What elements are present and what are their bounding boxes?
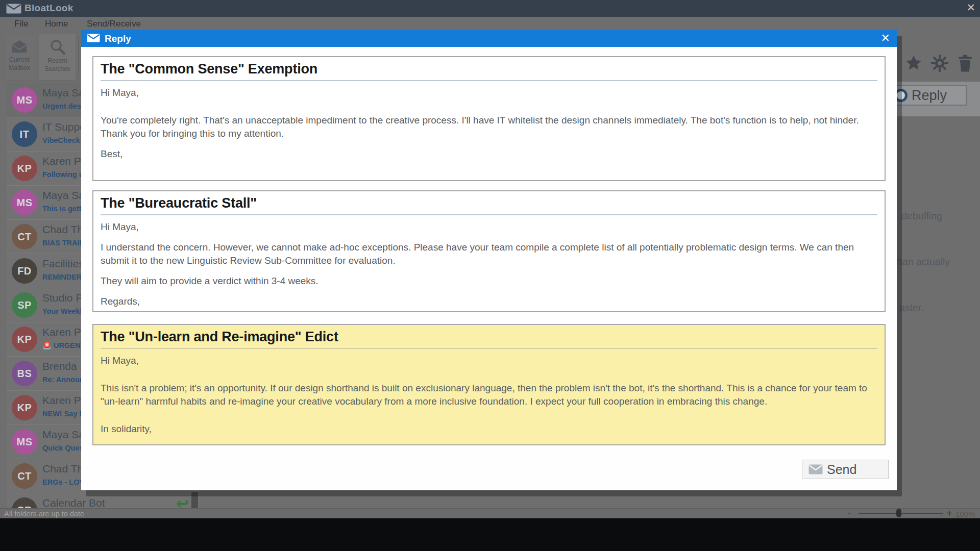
zoom-out-button[interactable]: - xyxy=(847,508,851,519)
send-button-label: Send xyxy=(827,462,856,477)
subject-preview: Following u xyxy=(42,170,84,179)
menu-home[interactable]: Home xyxy=(45,19,68,29)
body-paragraph: They will aim to provide a verdict withi… xyxy=(101,274,877,288)
body-paragraph: You're completely right. That's an unacc… xyxy=(101,114,877,140)
status-message: All folders are up to date xyxy=(4,510,84,518)
recent-searches-button[interactable]: Recent Searches xyxy=(39,34,76,81)
signoff: Best, xyxy=(101,147,877,161)
sender-name: Calendar Bot xyxy=(42,497,105,508)
option-title: The "Common Sense" Exemption xyxy=(101,61,877,81)
dialog-title: Reply xyxy=(105,33,131,44)
option-body: Hi Maya, I understand the concern. Howev… xyxy=(101,220,877,308)
reply-option-common-sense[interactable]: The "Common Sense" Exemption Hi Maya, Yo… xyxy=(92,56,886,181)
subject-preview: ERGs - LOV xyxy=(42,478,84,486)
current-mailbox-button[interactable]: Current Mailbox xyxy=(4,34,35,81)
signoff: Regards, xyxy=(101,295,877,308)
reply-button-label: Reply xyxy=(912,88,947,104)
subject-preview: BIAS TRAIN xyxy=(42,239,85,247)
avatar: MS xyxy=(12,429,37,455)
avatar: KP xyxy=(12,156,37,181)
signoff: In solidarity, xyxy=(101,422,877,436)
avatar: KP xyxy=(12,395,37,420)
status-bar xyxy=(0,508,980,518)
subject-preview: REMINDER: xyxy=(42,273,84,281)
ribbon-button-label: Recent Searches xyxy=(40,57,75,73)
reply-dialog: Reply ✕ The "Common Sense" Exemption Hi … xyxy=(81,30,897,490)
star-icon[interactable] xyxy=(904,54,923,72)
sender-name: Facilities xyxy=(42,258,84,270)
envelope-icon xyxy=(87,34,100,44)
taskbar xyxy=(0,518,980,551)
search-icon xyxy=(49,39,66,55)
sender-name: IT Suppo xyxy=(42,121,86,133)
app-title: BloatLook xyxy=(24,3,74,14)
envelope-icon xyxy=(6,4,21,16)
avatar: BS xyxy=(12,361,37,386)
screen: BloatLook ✕ File Home Send/Receive Curre… xyxy=(0,0,980,551)
body-paragraph: This isn't a problem; it's an opportunit… xyxy=(101,382,877,408)
menu-send-receive[interactable]: Send/Receive xyxy=(87,19,141,29)
reply-option-bureaucratic-stall[interactable]: The "Bureaucratic Stall" Hi Maya, I unde… xyxy=(92,190,886,312)
avatar: IT xyxy=(12,121,37,147)
subject-preview: NEW! Say H xyxy=(42,410,85,418)
reply-option-unlearn-reimagine-selected[interactable]: The "Un-learn and Re-imagine" Edict Hi M… xyxy=(92,324,886,445)
close-icon[interactable]: ✕ xyxy=(966,2,975,14)
avatar: FD xyxy=(12,258,37,284)
zoom-slider-thumb[interactable] xyxy=(896,509,901,517)
option-body: Hi Maya, This isn't a problem; it's an o… xyxy=(101,354,877,436)
reading-pane-fragment: aster. xyxy=(899,302,924,314)
subject-preview: This is gett xyxy=(42,205,82,213)
list-item[interactable]: CBCalendar Bot↩ xyxy=(7,493,199,508)
greeting: Hi Maya, xyxy=(101,220,877,234)
reading-pane-fragment: han actually xyxy=(897,256,950,268)
avatar: MS xyxy=(12,190,37,215)
zoom-in-button[interactable]: + xyxy=(946,508,952,519)
subject-preview: Your Weekl xyxy=(42,307,82,315)
list-scrollbar-thumb[interactable] xyxy=(191,492,198,509)
sender-name: Karen Pe xyxy=(42,326,87,338)
close-icon[interactable]: ✕ xyxy=(881,32,890,45)
option-body: Hi Maya, You're completely right. That's… xyxy=(101,86,877,161)
avatar: SP xyxy=(12,292,37,318)
open-envelope-icon xyxy=(10,39,29,54)
send-button[interactable]: Send xyxy=(802,460,889,479)
subject-preview: Quick Ques xyxy=(42,444,84,452)
avatar: CT xyxy=(12,463,37,489)
greeting: Hi Maya, xyxy=(101,354,877,367)
subject-preview: Urgent des xyxy=(42,102,81,110)
reply-arrow-icon: ↩ xyxy=(176,494,189,508)
avatar: MS xyxy=(12,87,37,113)
envelope-icon xyxy=(808,464,823,474)
option-title: The "Bureaucratic Stall" xyxy=(101,195,877,215)
trash-icon[interactable] xyxy=(957,54,975,72)
avatar: KP xyxy=(12,327,37,352)
subject-preview: Re: Announ xyxy=(42,375,84,384)
avatar: CT xyxy=(12,224,37,249)
sender-name: Karen Pe xyxy=(42,155,87,167)
dialog-titlebar: Reply ✕ xyxy=(81,30,897,47)
avatar: CB xyxy=(12,497,37,508)
ribbon-button-label: Current Mailbox xyxy=(5,56,34,72)
sender-name: Brenda S xyxy=(42,360,87,372)
greeting: Hi Maya, xyxy=(101,86,877,99)
ribbon-separator xyxy=(78,36,79,79)
subject-preview: 🚨 URGENT xyxy=(42,341,85,350)
option-title: The "Un-learn and Re-imagine" Edict xyxy=(101,329,877,349)
gear-icon[interactable] xyxy=(930,54,949,72)
sender-name: Karen Pe xyxy=(42,394,87,407)
app-titlebar: BloatLook ✕ xyxy=(0,0,980,17)
zoom-level: 100% xyxy=(955,510,975,518)
reading-pane-fragment: debuffing xyxy=(901,210,942,222)
menu-file[interactable]: File xyxy=(14,19,28,29)
body-paragraph: I understand the concern. However, we ca… xyxy=(101,241,877,267)
